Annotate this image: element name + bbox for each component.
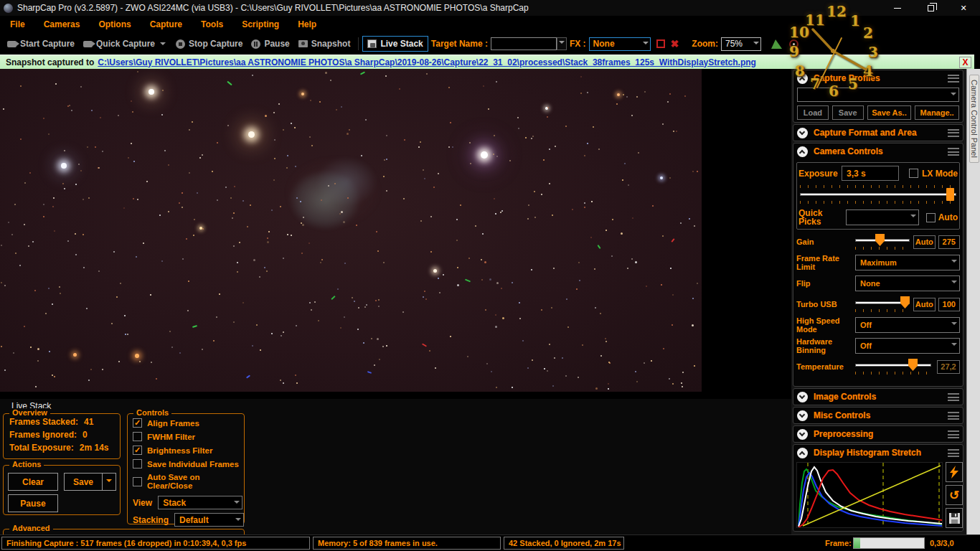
- save-individual-frames-checkbox[interactable]: [133, 459, 142, 468]
- view-select[interactable]: Stack: [158, 496, 242, 509]
- expand-icon[interactable]: [797, 128, 808, 138]
- quick-capture-button[interactable]: Quick Capture: [79, 37, 171, 51]
- star: [481, 259, 482, 260]
- gain-auto-button[interactable]: Auto: [913, 235, 936, 249]
- star: [199, 157, 201, 159]
- auto-stretch-button[interactable]: [946, 462, 963, 482]
- frames-ignored-label: Frames Ignored:: [9, 430, 77, 440]
- star: [311, 309, 312, 311]
- exposure-slider[interactable]: [800, 188, 956, 201]
- clear-selection-icon[interactable]: ✖: [671, 39, 679, 48]
- pause-button[interactable]: Pause: [247, 37, 293, 51]
- load-profile-button[interactable]: Load: [797, 105, 829, 120]
- turbo-auto-button[interactable]: Auto: [913, 298, 936, 311]
- snapshot-path-link[interactable]: C:\Users\Guy RIVOLLET\Pictures\aa ASTRON…: [98, 57, 756, 67]
- turbo-usb-slider[interactable]: [855, 296, 910, 309]
- image-viewport[interactable]: [0, 69, 791, 399]
- star: [544, 368, 545, 369]
- menu-scripting[interactable]: Scripting: [242, 19, 279, 29]
- stretch-histogram[interactable]: [796, 462, 943, 528]
- menu-file[interactable]: File: [10, 19, 25, 29]
- star: [202, 349, 203, 350]
- star: [71, 110, 72, 111]
- profile-select[interactable]: [797, 88, 959, 102]
- reticle-icon[interactable]: [789, 39, 798, 49]
- collapse-icon[interactable]: [797, 73, 808, 84]
- reset-stretch-button[interactable]: ↺: [946, 485, 963, 505]
- pause-stack-button[interactable]: Pause: [8, 494, 58, 512]
- save-profile-button[interactable]: Save: [832, 105, 864, 120]
- snapshot-button[interactable]: Snapshot: [294, 37, 355, 51]
- save-as-button[interactable]: Save As..: [867, 105, 912, 120]
- align-frames-checkbox[interactable]: ✓: [133, 418, 142, 428]
- star: [287, 155, 288, 156]
- gain-value[interactable]: 275: [938, 235, 961, 249]
- auto-save-checkbox[interactable]: [133, 477, 142, 486]
- quick-picks-select[interactable]: [846, 209, 919, 225]
- star: [420, 141, 421, 143]
- menu-help[interactable]: Help: [298, 19, 316, 29]
- star: [438, 278, 439, 279]
- camera-control-panel-tab[interactable]: Camera Control Panel: [969, 75, 979, 163]
- manage-button[interactable]: Manage..: [915, 105, 959, 120]
- star: [189, 172, 190, 174]
- fwhm-filter-checkbox[interactable]: [133, 432, 142, 441]
- stop-capture-button[interactable]: Stop Capture: [171, 37, 247, 51]
- collapse-icon[interactable]: [797, 448, 808, 458]
- target-name-dropdown[interactable]: [557, 37, 567, 50]
- star: [242, 200, 244, 202]
- star: [605, 338, 606, 339]
- turbo-value[interactable]: 100: [938, 298, 961, 311]
- star: [186, 238, 187, 240]
- histogram-icon[interactable]: [771, 39, 782, 49]
- star: [352, 297, 353, 298]
- menu-cameras[interactable]: Cameras: [44, 19, 80, 29]
- stacking-select[interactable]: Default: [174, 513, 244, 527]
- frame-rate-select[interactable]: Maximum: [855, 255, 960, 270]
- star: [525, 137, 527, 138]
- close-button[interactable]: ✕: [947, 0, 980, 16]
- menu-tools[interactable]: Tools: [201, 19, 223, 29]
- auto-exposure-checkbox[interactable]: [926, 213, 936, 222]
- start-capture-button[interactable]: Start Capture: [3, 37, 79, 51]
- section-menu-icon[interactable]: [948, 393, 959, 401]
- star: [450, 336, 451, 337]
- expand-icon[interactable]: [797, 410, 808, 421]
- fx-select[interactable]: None: [589, 37, 651, 51]
- star: [584, 207, 585, 208]
- section-menu-icon[interactable]: [948, 129, 959, 137]
- save-button[interactable]: Save: [64, 473, 103, 491]
- section-menu-icon[interactable]: [948, 412, 959, 420]
- live-stack-button[interactable]: Live Stack: [362, 36, 428, 52]
- minimize-button[interactable]: [881, 0, 914, 16]
- star: [672, 324, 673, 326]
- high-speed-select[interactable]: Off: [855, 317, 960, 333]
- zoom-select[interactable]: 75%: [721, 37, 761, 51]
- target-name-input[interactable]: [491, 37, 557, 50]
- section-menu-icon[interactable]: [948, 430, 959, 438]
- restore-button[interactable]: [914, 0, 947, 16]
- flip-select[interactable]: None: [855, 276, 960, 291]
- section-menu-icon[interactable]: [948, 449, 959, 457]
- expand-icon[interactable]: [797, 429, 808, 440]
- save-stretch-button[interactable]: [946, 508, 963, 528]
- selection-area-icon[interactable]: [656, 39, 665, 48]
- save-dropdown-button[interactable]: [102, 473, 116, 491]
- section-menu-icon[interactable]: [948, 148, 959, 156]
- menu-capture[interactable]: Capture: [150, 19, 182, 29]
- star: [217, 199, 218, 201]
- notification-close-button[interactable]: X: [959, 57, 971, 68]
- hardware-binning-select[interactable]: Off: [855, 338, 960, 354]
- star: [517, 117, 519, 118]
- star: [268, 231, 270, 232]
- star: [320, 262, 321, 263]
- menu-options[interactable]: Options: [98, 19, 131, 29]
- collapse-icon[interactable]: [797, 146, 808, 157]
- gain-slider[interactable]: [855, 234, 910, 247]
- brightness-filter-checkbox[interactable]: ✓: [133, 446, 142, 455]
- expand-icon[interactable]: [797, 392, 808, 402]
- clear-button[interactable]: Clear: [8, 473, 58, 491]
- exposure-value[interactable]: 3,3 s: [842, 166, 899, 181]
- lx-mode-checkbox[interactable]: [909, 169, 918, 178]
- section-menu-icon[interactable]: [948, 75, 959, 83]
